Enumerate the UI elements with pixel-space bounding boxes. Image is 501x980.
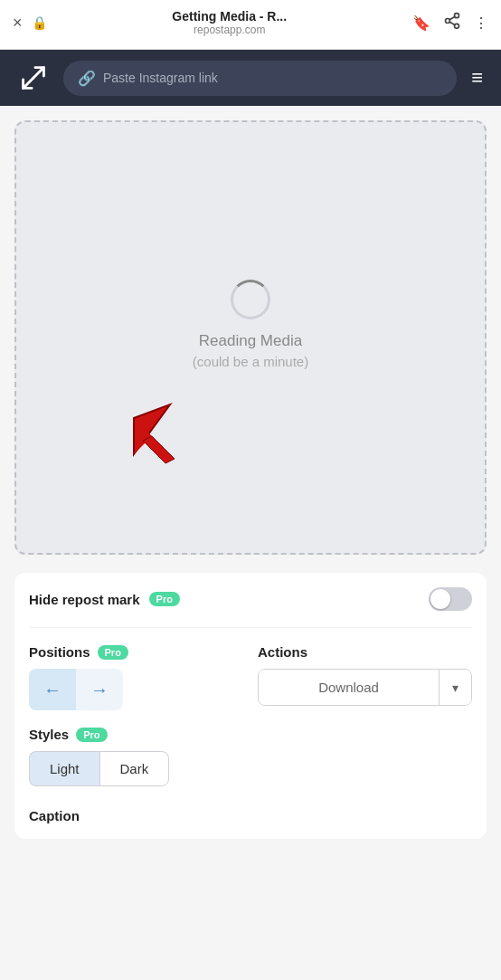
more-options-icon[interactable]: ⋮ xyxy=(474,14,488,32)
toggle-knob xyxy=(430,589,450,609)
browser-subtitle: repostapp.com xyxy=(56,24,403,36)
actions-label: Actions xyxy=(258,644,307,660)
style-dark-button[interactable]: Dark xyxy=(99,751,170,786)
download-btn-group: Download ▾ xyxy=(258,669,472,706)
styles-pro-badge: Pro xyxy=(76,728,107,742)
position-left-button[interactable]: ← xyxy=(29,669,76,710)
styles-section: Styles Pro Light Dark xyxy=(29,727,472,786)
caption-label: Caption xyxy=(29,808,80,823)
dropdown-chevron-icon: ▾ xyxy=(452,680,458,695)
browser-title: Getting Media - R... xyxy=(56,9,403,24)
style-buttons: Light Dark xyxy=(29,751,472,786)
browser-close-icon[interactable]: × xyxy=(13,14,23,33)
position-buttons: ← → xyxy=(29,669,243,710)
style-light-button[interactable]: Light xyxy=(29,751,99,786)
url-input[interactable]: 🔗 Paste Instagram link xyxy=(63,61,457,96)
caption-section: Caption xyxy=(29,801,472,824)
cursor-arrow xyxy=(125,395,197,471)
actions-col: Actions Download ▾ xyxy=(258,644,472,710)
share-icon[interactable] xyxy=(443,12,461,33)
loading-spinner xyxy=(231,280,270,319)
hide-repost-label: Hide repost mark xyxy=(29,592,140,607)
controls-section: Hide repost mark Pro Positions Pro ← → xyxy=(14,573,487,839)
reading-media-subtext: (could be a minute) xyxy=(193,354,308,369)
download-dropdown-button[interactable]: ▾ xyxy=(439,670,471,705)
hide-repost-pro-badge: Pro xyxy=(149,592,180,606)
positions-label: Positions xyxy=(29,644,90,660)
positions-pro-badge: Pro xyxy=(98,645,128,660)
media-preview-area: Reading Media (could be a minute) xyxy=(14,120,487,555)
hamburger-menu-icon[interactable]: ≡ xyxy=(468,62,487,93)
app-logo xyxy=(14,59,52,97)
styles-label: Styles xyxy=(29,727,69,742)
hide-repost-toggle[interactable] xyxy=(429,587,472,611)
positions-col: Positions Pro ← → xyxy=(29,644,243,710)
svg-marker-8 xyxy=(143,436,175,463)
app-navbar: 🔗 Paste Instagram link ≡ xyxy=(0,50,501,106)
position-right-button[interactable]: → xyxy=(76,669,123,710)
positions-actions-row: Positions Pro ← → Actions Download ▾ xyxy=(29,644,472,710)
browser-lock-icon: 🔒 xyxy=(32,15,47,30)
bookmark-icon[interactable]: 🔖 xyxy=(412,14,430,32)
browser-chrome: × 🔒 Getting Media - R... repostapp.com 🔖… xyxy=(0,0,501,50)
reading-media-text: Reading Media xyxy=(199,332,302,350)
svg-line-3 xyxy=(449,22,455,24)
main-content: Reading Media (could be a minute) Hide r… xyxy=(0,106,501,853)
download-button[interactable]: Download xyxy=(259,670,439,705)
hide-repost-row: Hide repost mark Pro xyxy=(29,587,472,628)
url-placeholder-text: Paste Instagram link xyxy=(103,71,218,85)
svg-line-4 xyxy=(449,16,455,19)
